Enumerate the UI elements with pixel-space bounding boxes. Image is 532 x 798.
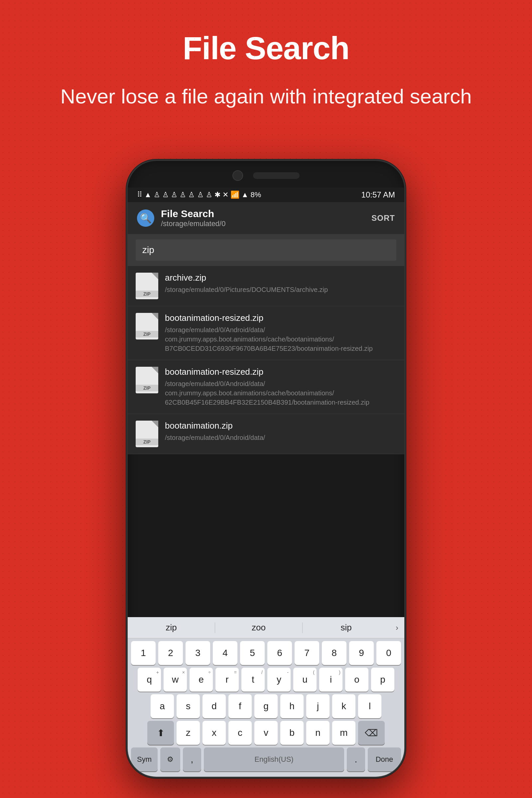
- key-l[interactable]: l: [358, 694, 381, 718]
- key-2[interactable]: 2: [158, 641, 183, 665]
- phone-body: ⠿ ▲ ♙ ♙ ♙ ♙ ♙ ♙ ♙ ✱ ✕ 📶 ▲ 8% 10:57 AM 🔍 …: [126, 159, 406, 778]
- file-name-1: archive.zip: [165, 273, 396, 283]
- key-period[interactable]: .: [347, 747, 365, 772]
- key-i[interactable]: )i: [319, 668, 342, 691]
- sort-button[interactable]: SORT: [372, 213, 395, 223]
- key-9[interactable]: 9: [349, 641, 374, 665]
- number-row: 1 2 3 4 5 6 7 8 9 0: [131, 641, 401, 665]
- file-content-2: bootanimation-resized.zip /storage/emula…: [165, 313, 396, 353]
- file-content-1: archive.zip /storage/emulated/0/Pictures…: [165, 273, 396, 294]
- app-icon: 🔍: [137, 209, 154, 227]
- key-r[interactable]: =r: [215, 668, 239, 691]
- app-title: File Search: [161, 208, 365, 220]
- file-content-3: bootanimation-resized.zip /storage/emula…: [165, 367, 396, 407]
- mute-icon: ✕: [223, 191, 228, 199]
- file-name-2: bootanimation-resized.zip: [165, 313, 396, 323]
- key-0[interactable]: 0: [376, 641, 401, 665]
- wifi-icon: 📶: [230, 191, 240, 199]
- key-p[interactable]: p: [371, 668, 394, 691]
- suggestion-zoo[interactable]: zoo: [215, 621, 302, 635]
- key-f[interactable]: f: [228, 694, 252, 718]
- page-subtitle: Never lose a file again with integrated …: [0, 66, 532, 110]
- app-path: /storage/emulated/0: [161, 220, 365, 228]
- key-k[interactable]: k: [332, 694, 356, 718]
- key-n[interactable]: n: [306, 721, 329, 745]
- file-content-4: bootanimation.zip /storage/emulated/0/An…: [165, 421, 396, 442]
- signal-icon: ▲: [241, 191, 249, 199]
- file-item-1[interactable]: ZIP archive.zip /storage/emulated/0/Pict…: [128, 266, 404, 306]
- key-d[interactable]: d: [203, 694, 226, 718]
- key-j[interactable]: j: [306, 694, 329, 718]
- key-g[interactable]: g: [254, 694, 278, 718]
- suggestion-sip[interactable]: sip: [303, 621, 390, 635]
- key-4[interactable]: 4: [213, 641, 238, 665]
- key-7[interactable]: 7: [294, 641, 319, 665]
- key-e[interactable]: ÷e: [190, 668, 213, 691]
- key-m[interactable]: m: [332, 721, 356, 745]
- asdf-row: a s d f g h j k l: [131, 694, 401, 718]
- key-comma[interactable]: ,: [183, 747, 201, 772]
- key-shift[interactable]: ⬆: [147, 721, 174, 745]
- app-header: 🔍 File Search /storage/emulated/0 SORT: [128, 202, 404, 234]
- key-u[interactable]: (u: [293, 668, 317, 691]
- file-path-1: /storage/emulated/0/Pictures/DOCUMENTS/a…: [165, 285, 396, 294]
- file-item-3[interactable]: ZIP bootanimation-resized.zip /storage/e…: [128, 360, 404, 414]
- key-x[interactable]: x: [203, 721, 226, 745]
- key-z[interactable]: z: [176, 721, 200, 745]
- key-backspace[interactable]: ⌫: [358, 721, 385, 745]
- magnify-icon: 🔍: [140, 213, 152, 224]
- notification-icons: ⠿ ▲ ♙ ♙ ♙ ♙ ♙ ♙ ♙: [137, 191, 212, 199]
- suggestion-more[interactable]: ›: [390, 621, 404, 634]
- file-name-4: bootanimation.zip: [165, 421, 396, 431]
- key-1[interactable]: 1: [131, 641, 156, 665]
- key-a[interactable]: a: [151, 694, 174, 718]
- file-icon-4: ZIP: [136, 421, 158, 447]
- key-w[interactable]: ×w: [164, 668, 187, 691]
- key-sym[interactable]: Sym: [131, 747, 158, 772]
- file-icon-3: ZIP: [136, 367, 158, 393]
- key-o[interactable]: o: [345, 668, 368, 691]
- key-5[interactable]: 5: [240, 641, 265, 665]
- key-space[interactable]: English(US): [204, 747, 344, 772]
- file-ext-1: ZIP: [136, 291, 158, 297]
- key-c[interactable]: c: [228, 721, 252, 745]
- key-t[interactable]: /t: [241, 668, 265, 691]
- keyboard: zip zoo sip › 1 2 3 4 5 6 7 8 9: [128, 617, 404, 777]
- front-camera: [232, 170, 243, 181]
- phone-mockup: ⠿ ▲ ♙ ♙ ♙ ♙ ♙ ♙ ♙ ✱ ✕ 📶 ▲ 8% 10:57 AM 🔍 …: [126, 159, 406, 778]
- status-bar: ⠿ ▲ ♙ ♙ ♙ ♙ ♙ ♙ ♙ ✱ ✕ 📶 ▲ 8% 10:57 AM: [128, 188, 404, 202]
- key-done[interactable]: Done: [368, 747, 401, 772]
- key-q[interactable]: +q: [138, 668, 161, 691]
- key-b[interactable]: b: [280, 721, 304, 745]
- file-ext-2: ZIP: [136, 331, 158, 338]
- key-h[interactable]: h: [280, 694, 304, 718]
- file-ext-4: ZIP: [136, 439, 158, 445]
- page-title: File Search: [0, 0, 532, 66]
- keys-area: 1 2 3 4 5 6 7 8 9 0 +q ×w ÷e =r: [128, 639, 404, 777]
- status-time: 10:57 AM: [361, 190, 395, 200]
- file-name-3: bootanimation-resized.zip: [165, 367, 396, 377]
- file-path-4: /storage/emulated/0/Android/data/: [165, 433, 396, 442]
- key-settings[interactable]: ⚙: [160, 747, 180, 772]
- file-list: ZIP archive.zip /storage/emulated/0/Pict…: [128, 266, 404, 454]
- key-y[interactable]: -y: [267, 668, 291, 691]
- file-icon-1: ZIP: [136, 273, 158, 299]
- file-ext-3: ZIP: [136, 385, 158, 391]
- key-8[interactable]: 8: [322, 641, 346, 665]
- search-input[interactable]: [136, 240, 396, 261]
- key-v[interactable]: v: [254, 721, 278, 745]
- phone-top: [128, 161, 404, 188]
- search-bar: [128, 234, 404, 266]
- file-item-2[interactable]: ZIP bootanimation-resized.zip /storage/e…: [128, 306, 404, 360]
- file-item-4[interactable]: ZIP bootanimation.zip /storage/emulated/…: [128, 414, 404, 454]
- file-path-2: /storage/emulated/0/Android/data/com.jru…: [165, 325, 396, 353]
- key-3[interactable]: 3: [186, 641, 210, 665]
- suggestion-zip[interactable]: zip: [128, 621, 215, 635]
- key-6[interactable]: 6: [267, 641, 292, 665]
- key-s[interactable]: s: [176, 694, 200, 718]
- suggestions-row: zip zoo sip ›: [128, 617, 404, 639]
- speaker: [253, 172, 300, 179]
- bottom-row: Sym ⚙ , English(US) . Done: [131, 747, 401, 772]
- status-icons: ⠿ ▲ ♙ ♙ ♙ ♙ ♙ ♙ ♙ ✱ ✕ 📶 ▲ 8%: [137, 191, 261, 199]
- file-path-3: /storage/emulated/0/Android/data/com.jru…: [165, 379, 396, 407]
